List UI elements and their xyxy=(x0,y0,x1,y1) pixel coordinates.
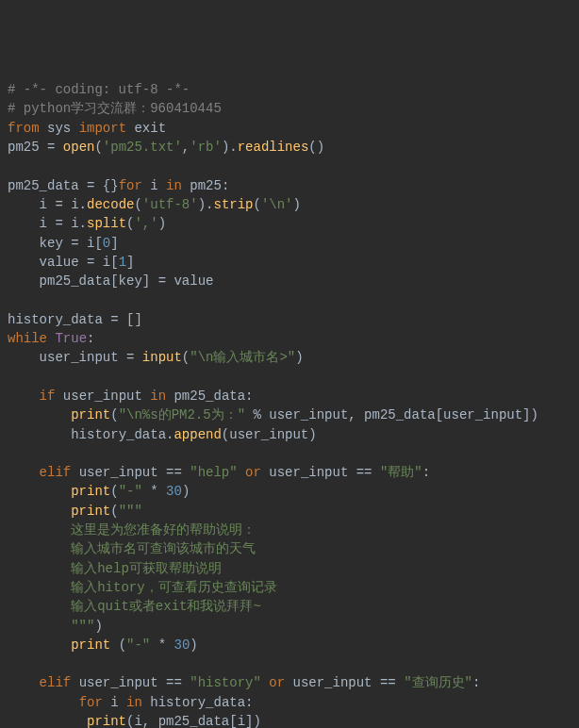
code-line: print ("-" * 30) xyxy=(8,636,571,654)
code-line: key = i[0] xyxy=(8,234,571,253)
code-line xyxy=(8,444,571,463)
code-line: # python学习交流群：960410445 xyxy=(8,99,571,118)
keyword-import: import xyxy=(79,121,126,136)
code-line xyxy=(8,157,571,175)
code-line: """) xyxy=(8,617,571,636)
code-line: pm25 = open('pm25.txt','rb').readlines() xyxy=(8,138,571,157)
code-line: 输入hitory，可查看历史查询记录 xyxy=(8,578,571,597)
code-line: if user_input in pm25_data: xyxy=(8,387,571,405)
code-line: pm25_data = {}for i in pm25: xyxy=(8,176,571,195)
code-line: 输入quit或者exit和我说拜拜~ xyxy=(8,597,571,616)
code-line: from sys import exit xyxy=(8,119,571,138)
keyword-from: from xyxy=(8,121,40,136)
code-line: i = i.split(',') xyxy=(8,214,571,233)
code-line: for i in history_data: xyxy=(8,693,571,712)
code-line xyxy=(8,654,571,673)
code-editor[interactable]: # -*- coding: utf-8 -*-# python学习交流群：960… xyxy=(8,80,571,728)
code-line: while True: xyxy=(8,329,571,348)
code-line xyxy=(8,290,571,309)
code-line: history_data.append(user_input) xyxy=(8,425,571,444)
code-line: 输入城市名可查询该城市的天气 xyxy=(8,539,571,558)
code-line: print("-" * 30) xyxy=(8,482,571,501)
code-line: history_data = [] xyxy=(8,310,571,329)
keyword-if: if xyxy=(40,389,56,404)
code-line: 输入help可获取帮助说明 xyxy=(8,559,571,578)
code-line: print(i, pm25_data[i]) xyxy=(8,712,571,728)
code-line xyxy=(8,368,571,387)
keyword-while: while xyxy=(8,331,47,346)
code-line: 这里是为您准备好的帮助说明： xyxy=(8,521,571,539)
code-line: pm25_data[key] = value xyxy=(8,272,571,290)
code-line: user_input = input("\n输入城市名>") xyxy=(8,348,571,367)
code-line: elif user_input == "help" or user_input … xyxy=(8,463,571,482)
code-line: print("\n%s的PM2.5为：" % user_input, pm25_… xyxy=(8,405,571,424)
code-line: print(""" xyxy=(8,502,571,521)
comment: # -*- coding: utf-8 -*- xyxy=(8,82,190,97)
code-line: elif user_input == "history" or user_inp… xyxy=(8,673,571,692)
code-line: i = i.decode('utf-8').strip('\n') xyxy=(8,195,571,214)
keyword-elif: elif xyxy=(40,675,72,690)
comment: # python学习交流群：960410445 xyxy=(8,101,222,116)
keyword-elif: elif xyxy=(40,465,72,480)
code-line: # -*- coding: utf-8 -*- xyxy=(8,80,571,99)
code-line: value = i[1] xyxy=(8,253,571,272)
